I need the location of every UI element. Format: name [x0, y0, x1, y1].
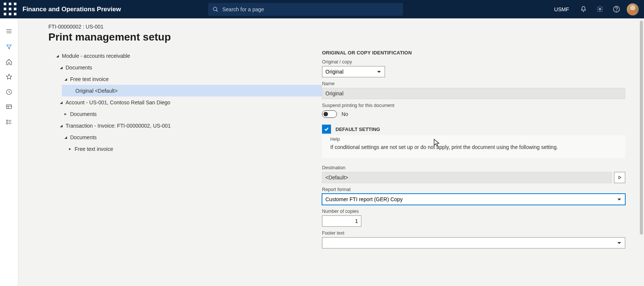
tree-node-free-text-invoice[interactable]: Free text invoice	[48, 73, 322, 85]
workspaces-icon[interactable]	[1, 99, 16, 114]
destination-open-button[interactable]	[614, 172, 625, 183]
play-icon	[617, 175, 622, 180]
notifications-icon[interactable]	[576, 2, 591, 17]
default-setting-checkbox[interactable]	[322, 125, 331, 134]
settings-icon[interactable]	[592, 2, 607, 17]
copies-input[interactable]: 1	[322, 215, 361, 227]
svg-point-23	[7, 122, 7, 122]
search-placeholder: Search for a page	[222, 6, 264, 12]
suspend-toggle[interactable]	[322, 110, 337, 118]
svg-rect-18	[6, 105, 12, 109]
svg-point-11	[599, 8, 601, 10]
section-identification-title: ORIGINAL OR COPY IDENTIFICATION	[322, 50, 625, 56]
destination-field[interactable]: <Default>	[322, 172, 612, 183]
name-field: Original	[322, 88, 625, 99]
svg-rect-3	[4, 8, 6, 10]
user-avatar[interactable]	[627, 3, 639, 15]
help-block: Help If conditional settings are not set…	[322, 135, 625, 158]
original-copy-select[interactable]: Original	[322, 66, 385, 77]
svg-point-25	[7, 123, 7, 124]
tree-node-original-default[interactable]: Original <Default>	[62, 85, 322, 96]
company-picker[interactable]: USMF	[549, 6, 574, 12]
top-bar: Finance and Operations Preview Search fo…	[0, 0, 644, 18]
tree-node-transaction-documents[interactable]: Documents	[48, 131, 322, 143]
original-copy-label: Original / copy	[322, 59, 625, 65]
tree-node-account-documents[interactable]: Documents	[48, 108, 322, 120]
chevron-down-icon	[617, 199, 621, 200]
chevron-down-icon	[377, 71, 381, 73]
svg-point-13	[616, 11, 617, 11]
tree-node-documents[interactable]: Documents	[48, 62, 322, 73]
footer-label: Footer text	[322, 230, 625, 236]
page-title: Print management setup	[48, 31, 637, 43]
report-format-select[interactable]: Customer FTI report (GER) Copy	[322, 194, 625, 205]
search-icon	[213, 6, 219, 12]
search-input[interactable]: Search for a page	[208, 3, 403, 16]
svg-point-21	[7, 120, 7, 120]
app-title: Finance and Operations Preview	[22, 6, 121, 13]
tree-node-account[interactable]: Account - US-001, Contoso Retail San Die…	[48, 96, 322, 108]
nav-rail	[0, 18, 18, 286]
home-icon[interactable]	[1, 54, 16, 69]
svg-rect-2	[14, 3, 16, 5]
suspend-value: No	[341, 111, 348, 117]
filter-icon[interactable]	[1, 39, 16, 54]
help-icon[interactable]	[609, 2, 624, 17]
svg-rect-5	[14, 8, 16, 10]
suspend-label: Suspend printing for this document	[322, 103, 625, 108]
breadcrumb: FTI-00000002 : US-001	[48, 24, 637, 30]
destination-label: Destination	[322, 165, 625, 170]
svg-point-9	[213, 7, 217, 11]
name-label: Name	[322, 81, 625, 86]
help-text: If conditional settings are not set up o…	[330, 143, 625, 151]
svg-rect-0	[4, 3, 6, 5]
svg-rect-8	[14, 13, 16, 15]
tree-node-transaction[interactable]: Transaction - Invoice: FTI-00000002, US-…	[48, 120, 322, 131]
modules-icon[interactable]	[1, 114, 16, 129]
recent-icon[interactable]	[1, 84, 16, 99]
footer-text-select[interactable]	[322, 237, 625, 248]
svg-line-10	[216, 10, 218, 12]
svg-rect-7	[9, 13, 12, 15]
print-management-tree: Module - accounts receivable Documents F…	[48, 50, 322, 155]
main-content: FTI-00000002 : US-001 Print management s…	[18, 18, 644, 286]
copies-label: Number of copies	[322, 209, 625, 214]
check-icon	[324, 126, 329, 132]
chevron-down-icon	[617, 242, 621, 244]
svg-rect-4	[9, 8, 12, 10]
svg-rect-6	[4, 13, 6, 15]
vertical-scrollbar[interactable]	[638, 18, 644, 286]
svg-rect-1	[9, 3, 12, 5]
tree-node-transaction-free-text[interactable]: Free text invoice	[48, 143, 322, 155]
favorites-icon[interactable]	[1, 69, 16, 84]
tree-node-module[interactable]: Module - accounts receivable	[48, 50, 322, 62]
help-label: Help	[330, 137, 625, 142]
scrollbar-thumb[interactable]	[640, 21, 643, 235]
menu-toggle-icon[interactable]	[1, 24, 16, 39]
app-launcher-icon[interactable]	[4, 3, 17, 16]
report-format-label: Report format	[322, 187, 625, 192]
default-setting-label: DEFAULT SETTING	[335, 126, 380, 132]
